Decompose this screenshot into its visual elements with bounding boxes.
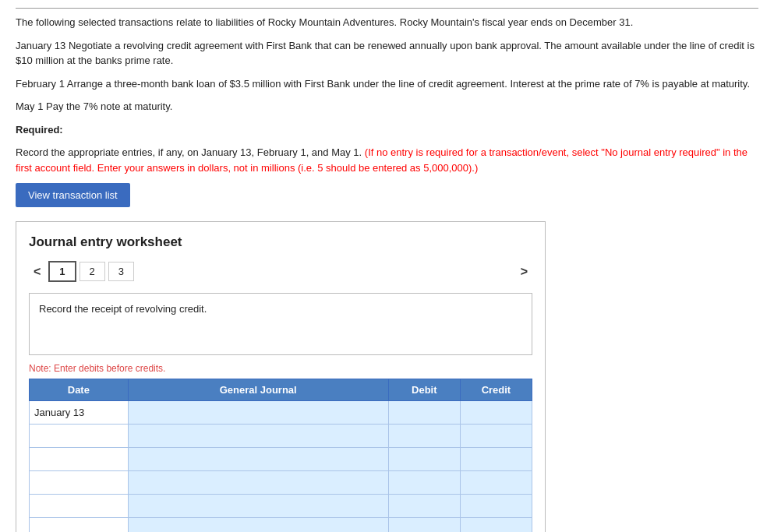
general-journal-cell[interactable]	[128, 425, 388, 448]
general-journal-input[interactable]	[132, 405, 385, 420]
feb-paragraph: February 1 Arrange a three-month bank lo…	[16, 76, 758, 92]
debit-input[interactable]	[392, 428, 457, 443]
worksheet-title: Journal entry worksheet	[29, 234, 532, 250]
general-journal-cell[interactable]	[128, 471, 388, 495]
credit-input[interactable]	[464, 522, 528, 532]
debit-cell[interactable]	[388, 401, 460, 425]
credit-cell[interactable]	[460, 471, 532, 495]
general-journal-input[interactable]	[132, 499, 385, 513]
general-journal-input[interactable]	[132, 522, 385, 532]
credit-cell[interactable]	[460, 448, 532, 471]
instruction-paragraph: Record the appropriate entries, if any, …	[16, 145, 758, 175]
date-cell	[30, 518, 129, 533]
date-cell	[30, 495, 129, 518]
general-journal-cell[interactable]	[128, 401, 388, 425]
may-paragraph: May 1 Pay the 7% note at maturity.	[16, 99, 758, 115]
table-row	[30, 425, 532, 448]
general-journal-input[interactable]	[132, 452, 385, 467]
note-text: Note: Enter debits before credits.	[29, 363, 532, 374]
required-label: Required:	[16, 122, 758, 138]
debit-cell[interactable]	[388, 471, 460, 495]
table-row: January 13	[30, 401, 532, 425]
credit-input[interactable]	[464, 475, 528, 490]
debit-cell[interactable]	[388, 425, 460, 448]
credit-cell[interactable]	[460, 518, 532, 533]
debit-cell[interactable]	[388, 448, 460, 471]
credit-input[interactable]	[464, 428, 528, 443]
date-cell	[30, 425, 129, 448]
general-journal-input[interactable]	[132, 475, 385, 490]
journal-entry-worksheet: Journal entry worksheet < 1 2 3 > Record…	[16, 221, 546, 532]
credit-input[interactable]	[464, 499, 528, 513]
credit-input[interactable]	[464, 452, 528, 467]
credit-cell[interactable]	[460, 425, 532, 448]
date-cell: January 13	[30, 401, 129, 425]
header-credit: Credit	[460, 379, 532, 401]
prev-arrow-button[interactable]: <	[29, 263, 45, 280]
debit-input[interactable]	[392, 499, 457, 513]
debit-cell[interactable]	[388, 495, 460, 518]
credit-cell[interactable]	[460, 495, 532, 518]
date-cell	[30, 471, 129, 495]
description-text: Record the receipt of revolving credit.	[39, 303, 207, 315]
header-date: Date	[30, 379, 129, 401]
top-paragraph: The following selected transactions rela…	[16, 15, 758, 30]
debit-input[interactable]	[392, 405, 457, 420]
debit-cell[interactable]	[388, 518, 460, 533]
date-cell	[30, 448, 129, 471]
tab-navigation: < 1 2 3 >	[29, 261, 532, 282]
jan-paragraph: January 13 Negotiate a revolving credit …	[16, 38, 758, 69]
general-journal-cell[interactable]	[128, 448, 388, 471]
credit-cell[interactable]	[460, 401, 532, 425]
general-journal-input[interactable]	[132, 428, 385, 443]
header-debit: Debit	[388, 379, 460, 401]
description-box: Record the receipt of revolving credit.	[29, 293, 532, 355]
table-row	[30, 495, 532, 518]
debit-input[interactable]	[392, 522, 457, 532]
general-journal-cell[interactable]	[128, 518, 388, 533]
main-content: The following selected transactions rela…	[16, 8, 758, 532]
table-row	[30, 471, 532, 495]
next-arrow-button[interactable]: >	[516, 263, 532, 280]
journal-table: Date General Journal Debit Credit Januar…	[29, 379, 532, 532]
tab-1[interactable]: 1	[48, 261, 76, 282]
table-row	[30, 518, 532, 533]
debit-input[interactable]	[392, 475, 457, 490]
table-row	[30, 448, 532, 471]
view-transaction-button[interactable]: View transaction list	[16, 183, 130, 207]
header-general-journal: General Journal	[128, 379, 388, 401]
credit-input[interactable]	[464, 405, 528, 420]
tab-2[interactable]: 2	[80, 262, 105, 281]
tab-3[interactable]: 3	[108, 262, 134, 281]
instruction-normal: Record the appropriate entries, if any, …	[16, 146, 365, 158]
top-section: The following selected transactions rela…	[16, 8, 758, 175]
general-journal-cell[interactable]	[128, 495, 388, 518]
debit-input[interactable]	[392, 452, 457, 467]
